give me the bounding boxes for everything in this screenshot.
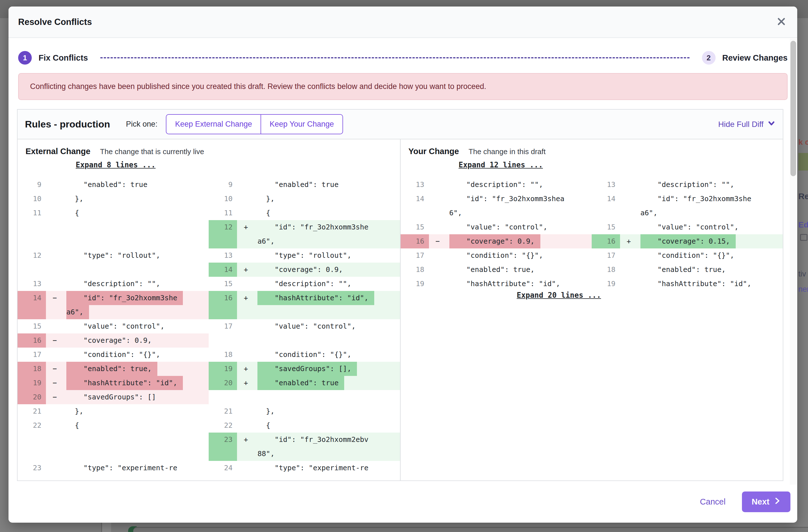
expand-lines-link[interactable]: Expand 12 lines ... (459, 160, 543, 169)
diff-sign (46, 263, 63, 277)
diff-row: 20− "savedGroups": [] (18, 390, 400, 404)
diff-row: 14+ "coverage": 0.9, (18, 263, 400, 277)
diff-new-side: 14+ "coverage": 0.9, (209, 263, 400, 277)
line-number: 18 (401, 263, 429, 277)
diff-sign: + (237, 291, 255, 319)
code-line: "coverage": 0.9, (257, 263, 400, 277)
diff-sign (237, 418, 255, 433)
diff-word-highlight: "coverage": 0.15, (640, 234, 736, 248)
line-number: 20 (209, 376, 237, 390)
code-cell: "value": "control", (255, 319, 400, 334)
line-number: 14 (592, 192, 620, 220)
code-line: "type": "experiment-re (66, 461, 209, 475)
line-number: 16 (209, 291, 237, 319)
diff-sign (46, 206, 63, 220)
line-number: 13 (18, 277, 46, 291)
modal-scrollbar-thumb[interactable] (790, 41, 796, 176)
diff-sign (46, 347, 63, 362)
code-line: "description": "", (449, 178, 592, 192)
diff-word-highlight: a6", (66, 305, 89, 319)
diff-sign: + (237, 220, 255, 248)
conflict-choice-button-group: Keep External Change Keep Your Change (166, 114, 343, 134)
expand-lines-link[interactable]: Expand 8 lines ... (76, 160, 155, 169)
diff-sign (237, 319, 255, 334)
next-button-label: Next (752, 497, 769, 507)
line-number: 13 (592, 178, 620, 192)
cancel-button[interactable]: Cancel (700, 497, 726, 507)
code-cell: "id": "fr_3o2hxomm2ebv88", (255, 433, 400, 461)
line-number: 17 (592, 248, 620, 263)
code-line: "enabled": true, (640, 263, 783, 277)
diff-sign: − (429, 234, 446, 248)
code-cell: "type": "rollout", (255, 248, 400, 263)
code-cell (255, 390, 400, 404)
line-number: 10 (209, 192, 237, 206)
diff-old-side: 23 "type": "experiment-re (18, 461, 209, 475)
diff-word-highlight: "savedGroups": [], (257, 362, 357, 376)
keep-external-change-button[interactable]: Keep External Change (166, 114, 261, 134)
diff-new-side: 19 "hashAttribute": "id", (592, 277, 783, 291)
code-cell (63, 263, 209, 277)
diff-sign (46, 433, 63, 461)
code-line: "description": "", (66, 277, 209, 291)
code-line: "value": "control", (449, 220, 592, 234)
code-cell: "id": "fr_3o2hxomm3shea6", (63, 291, 209, 319)
code-cell: { (63, 418, 209, 433)
diff-old-side: 14 "id": "fr_3o2hxomm3shea6", (401, 192, 592, 220)
diff-sign (620, 248, 638, 263)
code-cell: "enabled": true (255, 178, 400, 192)
line-number: 22 (209, 418, 237, 433)
dimmed-page-text-fragment: ner (798, 285, 808, 294)
code-cell: "description": "", (63, 277, 209, 291)
code-cell: "condition": "{}", (255, 347, 400, 362)
modal-scrollbar-track[interactable] (790, 39, 797, 485)
line-number: 20 (18, 390, 46, 404)
diff-row: 23+ "id": "fr_3o2hxomm2ebv88", (18, 433, 400, 461)
expand-lines-link[interactable]: Expand 20 lines ... (517, 291, 601, 300)
diff-old-side: 17 "condition": "{}", (401, 248, 592, 263)
diff-rows: 13 "description": "",13 "description": "… (401, 178, 783, 291)
line-number (18, 220, 46, 248)
diff-row: 19− "hashAttribute": "id",20+ "enabled":… (18, 376, 400, 390)
code-line: "condition": "{}", (449, 248, 592, 263)
hide-full-diff-link[interactable]: Hide Full Diff (718, 119, 775, 129)
diff-old-side: 19 "hashAttribute": "id", (401, 277, 592, 291)
diff-container: External Change The change that is curre… (18, 139, 783, 481)
code-cell: }, (63, 404, 209, 418)
close-button[interactable] (775, 16, 788, 28)
diff-old-side (18, 263, 209, 277)
diff-sign (237, 404, 255, 418)
diff-sign (620, 192, 638, 220)
line-number: 18 (209, 347, 237, 362)
diff-new-side: 17 "condition": "{}", (592, 248, 783, 263)
next-button[interactable]: Next (742, 492, 790, 512)
diff-old-side: 18− "enabled": true, (18, 362, 209, 376)
diff-new-side: 23+ "id": "fr_3o2hxomm2ebv88", (209, 433, 400, 461)
diff-new-side: 15 "description": "", (209, 277, 400, 291)
line-number (209, 390, 237, 404)
code-line: 88", (257, 447, 400, 461)
diff-sign: + (620, 234, 638, 248)
diff-rows: 9 "enabled": true9 "enabled": true10 },1… (18, 178, 400, 475)
diff-sign (237, 334, 255, 347)
diff-new-side: 14 "id": "fr_3o2hxomm3shea6", (592, 192, 783, 220)
line-number: 12 (209, 220, 237, 248)
diff-sign (46, 319, 63, 334)
diff-sign (237, 461, 255, 475)
diff-old-side: 12 "type": "rollout", (18, 248, 209, 263)
stepper-connector (100, 57, 690, 58)
diff-old-side (18, 220, 209, 248)
code-line: "coverage": 0.9, (449, 234, 592, 248)
code-line: "description": "", (640, 178, 783, 192)
code-line: a6", (66, 305, 209, 319)
diff-row: 16− "coverage": 0.9,16+ "coverage": 0.15… (401, 234, 783, 248)
keep-your-change-button[interactable]: Keep Your Change (261, 114, 343, 134)
diff-sign (237, 248, 255, 263)
line-number: 14 (18, 291, 46, 319)
diff-sign (237, 192, 255, 206)
diff-sign (237, 206, 255, 220)
code-cell: "enabled": true, (638, 263, 783, 277)
line-number: 19 (401, 277, 429, 291)
code-cell: "id": "fr_3o2hxomm3shea6", (638, 192, 783, 220)
diff-sign (620, 277, 638, 291)
